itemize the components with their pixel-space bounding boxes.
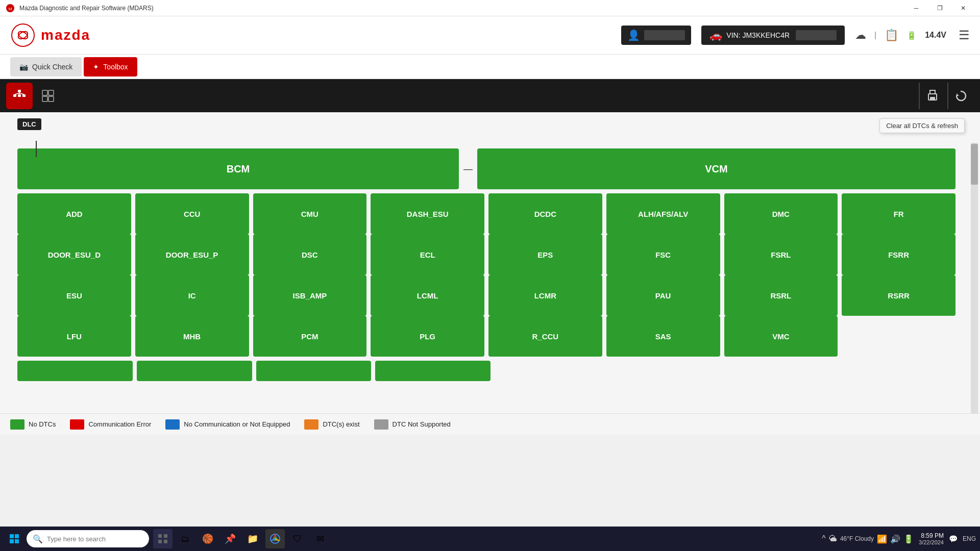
module-esu[interactable]: ESU: [17, 275, 131, 316]
taskbar-app-multitasking[interactable]: 🗂: [176, 529, 195, 548]
grid-view-button[interactable]: [35, 83, 61, 109]
user-icon: 👤: [627, 29, 640, 41]
search-input[interactable]: [47, 535, 134, 543]
taskbar-app-mail[interactable]: ✉: [310, 529, 330, 548]
module-ic[interactable]: IC: [135, 275, 249, 316]
module-add[interactable]: ADD: [17, 193, 131, 234]
document-icon[interactable]: 📋: [885, 29, 898, 42]
module-vcm[interactable]: VCM: [477, 148, 955, 189]
legend-blue-box: [165, 419, 180, 430]
hierarchy-view-button[interactable]: [6, 83, 33, 109]
legend-comm-error-label: Communication Error: [88, 420, 151, 428]
module-fsc[interactable]: FSC: [606, 234, 720, 275]
module-cmu[interactable]: CMU: [253, 193, 367, 234]
app-icon: M: [5, 3, 15, 13]
clock[interactable]: 8:59 PM 3/22/2024: [919, 532, 944, 545]
tray-expand-icon[interactable]: ^: [822, 534, 826, 543]
module-eps[interactable]: EPS: [488, 234, 602, 275]
taskbar-app-chrome[interactable]: [265, 529, 285, 548]
svg-point-2: [12, 24, 34, 46]
svg-rect-7: [18, 94, 21, 97]
cloud-icon[interactable]: ☁: [855, 29, 866, 42]
legend-no-comm: No Communication or Not Equipped: [165, 419, 290, 430]
module-alh[interactable]: ALH/AFS/ALV: [606, 193, 720, 234]
module-r-ccu[interactable]: R_CCU: [488, 316, 602, 357]
svg-rect-13: [48, 90, 54, 95]
legend-dtc-exist: DTC(s) exist: [304, 419, 359, 430]
module-partial-1[interactable]: [17, 361, 133, 381]
legend-dtc-exist-label: DTC(s) exist: [323, 420, 359, 428]
module-mhb[interactable]: MHB: [135, 316, 249, 357]
module-vmc[interactable]: VMC: [724, 316, 838, 357]
taskbar-app-bitwarden[interactable]: 🛡: [288, 529, 307, 548]
module-pau[interactable]: PAU: [606, 275, 720, 316]
taskbar-app-taskview[interactable]: 📌: [220, 529, 240, 548]
minimize-button[interactable]: ─: [904, 0, 928, 16]
battery-tray-icon: 🔋: [903, 534, 914, 544]
hierarchy-icon: [12, 89, 27, 103]
scrollbar-thumb[interactable]: [971, 144, 978, 185]
module-row-5-partial: [17, 361, 955, 381]
close-button[interactable]: ✕: [951, 0, 975, 16]
tab-quick-check[interactable]: 📷 Quick Check: [10, 57, 82, 77]
module-dash-esu[interactable]: DASH_ESU: [371, 193, 484, 234]
module-fr[interactable]: FR: [842, 193, 955, 234]
module-partial-2[interactable]: [137, 361, 252, 381]
vin-value: [796, 30, 837, 40]
module-bcm[interactable]: BCM: [17, 148, 459, 189]
module-row-1: ADD CCU CMU DASH_ESU DCDC ALH/AFS/ALV DM…: [17, 193, 955, 234]
module-lcmr[interactable]: LCMR: [488, 275, 602, 316]
module-pcm[interactable]: PCM: [253, 316, 367, 357]
hamburger-menu-icon[interactable]: ☰: [959, 28, 970, 42]
module-plg[interactable]: PLG: [371, 316, 484, 357]
taskbar-app-folder[interactable]: 📁: [243, 529, 262, 548]
mazda-logo-icon: [10, 22, 36, 48]
language-icon[interactable]: ENG: [963, 535, 976, 542]
network-icon[interactable]: 📶: [877, 534, 887, 544]
scrollbar[interactable]: [971, 143, 978, 413]
maximize-button[interactable]: ❐: [928, 0, 951, 16]
module-fsrr[interactable]: FSRR: [842, 234, 955, 275]
module-row-4: LFU MHB PCM PLG R_CCU SAS VMC: [17, 316, 955, 357]
main-content: Clear all DTCs & refresh DLC BCM — VCM A…: [0, 112, 980, 413]
module-row-3: ESU IC ISB_AMP LCML LCMR PAU RSRL RSRR: [17, 275, 955, 316]
user-info[interactable]: 👤: [621, 26, 691, 45]
toolbox-icon: ✦: [93, 63, 99, 71]
taskbar-app-windows-menu[interactable]: [153, 529, 173, 548]
header-icons: ☁ | 📋 🔋 14.4V ☰: [855, 28, 970, 42]
vehicle-info[interactable]: 🚗 VIN: JM3KKEHC4R: [701, 26, 845, 45]
dlc-label: DLC: [17, 118, 41, 130]
volume-icon[interactable]: 🔊: [890, 534, 900, 544]
weather-icon: 🌥: [829, 534, 837, 543]
module-dsc[interactable]: DSC: [253, 234, 367, 275]
chrome-icon: [270, 533, 281, 544]
module-dcdc[interactable]: DCDC: [488, 193, 602, 234]
module-ccu[interactable]: CCU: [135, 193, 249, 234]
tab-toolbox[interactable]: ✦ Toolbox: [84, 57, 137, 77]
module-sas[interactable]: SAS: [606, 316, 720, 357]
module-ecl[interactable]: ECL: [371, 234, 484, 275]
module-dmc[interactable]: DMC: [724, 193, 838, 234]
module-rsrl[interactable]: RSRL: [724, 275, 838, 316]
module-partial-3[interactable]: [256, 361, 372, 381]
start-button[interactable]: [4, 529, 24, 549]
module-fsrl[interactable]: FSRL: [724, 234, 838, 275]
module-rsrr[interactable]: RSRR: [842, 275, 955, 316]
notification-icon[interactable]: 💬: [949, 535, 958, 543]
taskbar-app-basketball[interactable]: 🏀: [198, 529, 217, 548]
module-partial-4[interactable]: [375, 361, 491, 381]
module-lfu[interactable]: LFU: [17, 316, 131, 357]
taskbar-search-bar[interactable]: 🔍: [27, 530, 149, 547]
module-lcml[interactable]: LCML: [371, 275, 484, 316]
tab-quick-check-label: Quick Check: [32, 63, 72, 71]
svg-rect-20: [10, 534, 14, 538]
refresh-button[interactable]: [947, 83, 974, 109]
svg-rect-22: [10, 539, 14, 543]
print-button[interactable]: [919, 83, 945, 109]
car-icon: 🚗: [709, 29, 722, 41]
module-door-esu-d[interactable]: DOOR_ESU_D: [17, 234, 131, 275]
module-door-esu-p[interactable]: DOOR_ESU_P: [135, 234, 249, 275]
toolbar: [0, 79, 980, 112]
dlc-connector-line: [36, 141, 37, 157]
module-isb-amp[interactable]: ISB_AMP: [253, 275, 367, 316]
